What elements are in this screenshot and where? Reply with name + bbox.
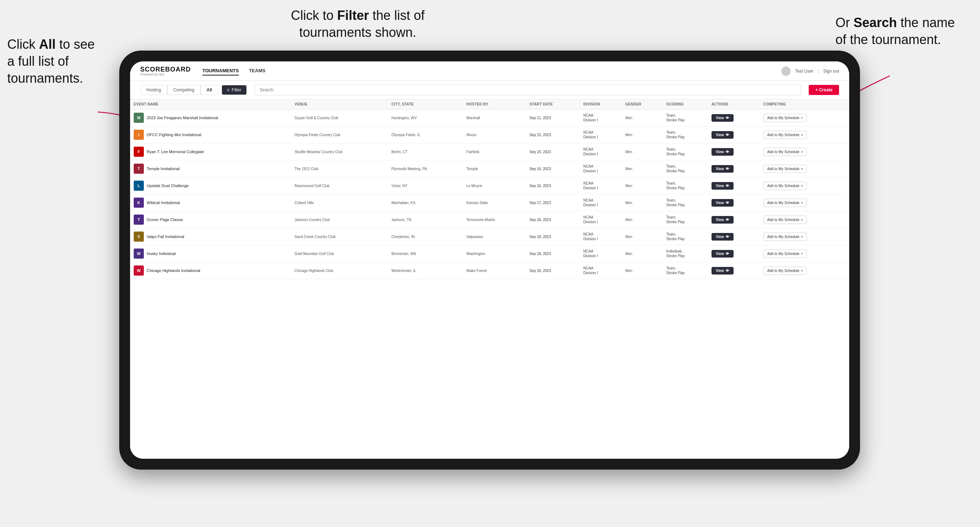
cell-competing-10: Add to My Schedule +	[760, 262, 849, 279]
cell-scoring-6: Team,Stroke Play	[663, 194, 708, 211]
annotation-search-label: Or Search the name of the tournament.	[835, 14, 958, 48]
add-to-schedule-button-10[interactable]: Add to My Schedule +	[763, 267, 807, 275]
cell-gender-9: Men	[622, 245, 662, 262]
logo-sub: Powered by clpd	[140, 73, 191, 76]
cell-hosted-by-1: Marshall	[463, 110, 526, 126]
col-actions: ACTIONS	[708, 99, 760, 110]
view-button-3[interactable]: View 👁	[711, 148, 734, 156]
view-button-5[interactable]: View 👁	[711, 182, 734, 190]
event-name-text: Ryan T. Lee Memorial Collegiate	[147, 149, 204, 154]
eye-icon: 👁	[725, 167, 729, 171]
col-start-date: START DATE	[526, 99, 580, 110]
cell-event-name-1: M 2023 Joe Feaganes Marshall Invitationa…	[130, 110, 291, 126]
cell-competing-9: Add to My Schedule +	[760, 245, 849, 262]
tournaments-table: EVENT NAME VENUE CITY, STATE HOSTED BY S…	[130, 99, 849, 279]
view-button-4[interactable]: View 👁	[711, 165, 734, 173]
view-button-2[interactable]: View 👁	[711, 131, 734, 139]
col-scoring: SCORING	[663, 99, 708, 110]
col-hosted-by: HOSTED BY	[463, 99, 526, 110]
add-to-schedule-button-3[interactable]: Add to My Schedule +	[763, 148, 807, 156]
cell-actions-1: View 👁	[708, 110, 760, 126]
add-to-schedule-button-1[interactable]: Add to My Schedule +	[763, 114, 807, 122]
eye-icon: 👁	[725, 235, 729, 239]
cell-venue-8: Sand Creek Country Club	[291, 228, 388, 245]
table-row: W Chicago Highlands Invitational Chicago…	[130, 262, 849, 279]
plus-icon: +	[801, 201, 803, 205]
plus-icon: +	[801, 235, 803, 239]
cell-date-10: Sep 18, 2023	[526, 262, 580, 279]
tablet-frame: SCOREBOARD Powered by clpd TOURNAMENTS T…	[119, 51, 860, 470]
eye-icon: 👁	[725, 150, 729, 154]
user-name: Test User	[795, 68, 813, 74]
tab-hosting[interactable]: Hosting	[140, 85, 167, 95]
search-input[interactable]	[255, 84, 801, 95]
cell-hosted-by-4: Temple	[463, 160, 526, 177]
add-to-schedule-button-8[interactable]: Add to My Schedule +	[763, 233, 807, 241]
sign-out-link[interactable]: Sign out	[823, 68, 839, 74]
cell-date-4: Sep 16, 2023	[526, 160, 580, 177]
nav-tournaments[interactable]: TOURNAMENTS	[202, 67, 239, 76]
view-button-10[interactable]: View 👁	[711, 267, 734, 275]
user-avatar	[781, 67, 791, 76]
cell-scoring-3: Team,Stroke Play	[663, 143, 708, 160]
eye-icon: 👁	[725, 252, 729, 256]
cell-scoring-2: Team,Stroke Play	[663, 126, 708, 143]
cell-actions-9: View 👁	[708, 245, 760, 262]
add-to-schedule-button-4[interactable]: Add to My Schedule +	[763, 165, 807, 173]
tournaments-table-container: EVENT NAME VENUE CITY, STATE HOSTED BY S…	[130, 99, 849, 459]
cell-event-name-2: I OFCC Fighting Illini Invitational	[130, 126, 291, 143]
cell-city-9: Bremerton, WA	[388, 245, 463, 262]
view-button-9[interactable]: View 👁	[711, 250, 734, 257]
cell-division-6: NCAADivision I	[580, 194, 622, 211]
cell-event-name-3: F Ryan T. Lee Memorial Collegiate	[130, 143, 291, 160]
cell-venue-10: Chicago Highlands Club	[291, 262, 388, 279]
plus-icon: +	[801, 167, 803, 171]
view-button-6[interactable]: View 👁	[711, 199, 734, 206]
plus-icon: +	[801, 252, 803, 256]
create-button[interactable]: + Create	[809, 85, 839, 95]
plus-icon: +	[801, 116, 803, 120]
filter-button[interactable]: ≡ Filter	[222, 85, 247, 95]
cell-actions-7: View 👁	[708, 211, 760, 228]
eye-icon: 👁	[725, 269, 729, 273]
table-row: F Ryan T. Lee Memorial Collegiate Shuttl…	[130, 143, 849, 160]
cell-event-name-4: T Temple Invitational	[130, 160, 291, 177]
plus-icon: +	[801, 269, 803, 273]
cell-hosted-by-2: Illinois	[463, 126, 526, 143]
event-name-text: Valpo Fall Invitational	[147, 235, 184, 239]
cell-gender-7: Men	[622, 211, 662, 228]
add-to-schedule-button-6[interactable]: Add to My Schedule +	[763, 198, 807, 207]
view-button-8[interactable]: View 👁	[711, 233, 734, 241]
cell-hosted-by-3: Fairfield	[463, 143, 526, 160]
cell-gender-4: Men	[622, 160, 662, 177]
cell-actions-5: View 👁	[708, 177, 760, 194]
add-to-schedule-button-7[interactable]: Add to My Schedule +	[763, 216, 807, 224]
cell-division-1: NCAADivision I	[580, 110, 622, 126]
header-divider: |	[818, 68, 819, 74]
cell-scoring-1: Team,Stroke Play	[663, 110, 708, 126]
cell-date-8: Sep 18, 2023	[526, 228, 580, 245]
annotation-filter-label: Click to Filter the list of tournaments …	[271, 7, 444, 41]
table-row: I OFCC Fighting Illini Invitational Olym…	[130, 126, 849, 143]
filter-icon: ≡	[227, 87, 229, 92]
app-header: SCOREBOARD Powered by clpd TOURNAMENTS T…	[130, 61, 849, 81]
cell-competing-2: Add to My Schedule +	[760, 126, 849, 143]
plus-icon: +	[801, 150, 803, 154]
cell-gender-3: Men	[622, 143, 662, 160]
event-name-text: Temple Invitational	[147, 167, 180, 171]
view-button-1[interactable]: View 👁	[711, 114, 734, 122]
cell-scoring-7: Team,Stroke Play	[663, 211, 708, 228]
nav-teams[interactable]: TEAMS	[249, 67, 266, 76]
cell-event-name-7: T Grover Page Classic	[130, 211, 291, 228]
cell-venue-6: Colbert Hills	[291, 194, 388, 211]
cell-actions-6: View 👁	[708, 194, 760, 211]
cell-venue-1: Guyan Golf & Country Club	[291, 110, 388, 126]
tab-all[interactable]: All	[200, 85, 218, 95]
add-to-schedule-button-2[interactable]: Add to My Schedule +	[763, 131, 807, 139]
add-to-schedule-button-9[interactable]: Add to My Schedule +	[763, 249, 807, 258]
view-button-7[interactable]: View 👁	[711, 216, 734, 224]
add-to-schedule-button-5[interactable]: Add to My Schedule +	[763, 182, 807, 190]
tab-competing[interactable]: Competing	[167, 85, 200, 95]
cell-date-7: Sep 18, 2023	[526, 211, 580, 228]
cell-event-name-6: K Wildcat Invitational	[130, 194, 291, 211]
